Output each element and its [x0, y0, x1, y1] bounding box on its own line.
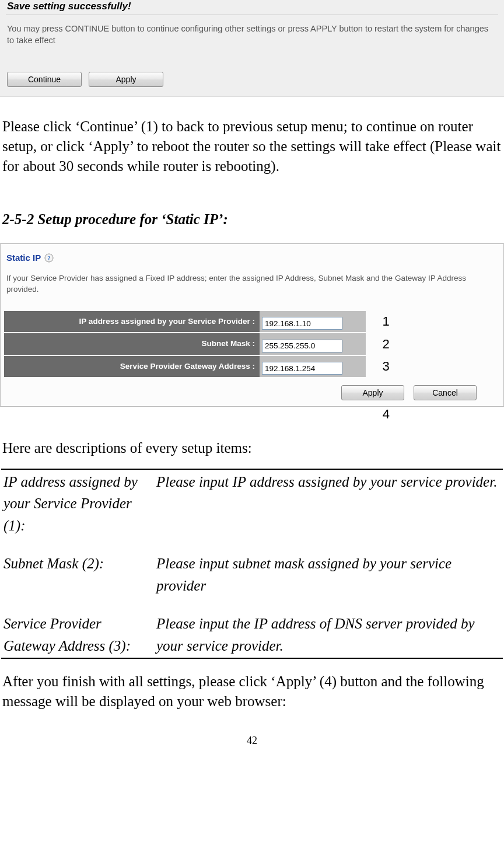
desc-row: Service Provider Gateway Address (3): Pl… [4, 613, 501, 657]
desc-text-1: Please input IP address assigned by your… [156, 471, 501, 537]
desc-row: Subnet Mask (2): Please input subnet mas… [4, 553, 501, 596]
continue-button[interactable]: Continue [7, 72, 82, 87]
table-row: Service Provider Gateway Address : 3 [4, 356, 395, 377]
static-ip-title: Static IP [6, 252, 41, 264]
gateway-address-label: Service Provider Gateway Address : [4, 356, 260, 377]
after-apply-text: After you finish with all settings, plea… [0, 659, 504, 711]
static-cancel-button[interactable]: Cancel [414, 385, 477, 400]
subnet-mask-input[interactable] [262, 340, 342, 352]
callout-number-3: 3 [366, 356, 395, 377]
subnet-mask-label: Subnet Mask : [4, 333, 260, 354]
static-apply-row: Apply Cancel [4, 378, 500, 400]
desc-label-2: Subnet Mask (2): [4, 553, 156, 596]
desc-text-2: Please input subnet mask assigned by you… [156, 553, 501, 596]
desc-row: IP address assigned by your Service Prov… [4, 471, 501, 537]
static-ip-desc: If your Service Provider has assigned a … [4, 267, 500, 309]
callout-number-4: 4 [0, 406, 504, 423]
static-apply-button[interactable]: Apply [341, 385, 404, 400]
save-button-row: Continue Apply [6, 72, 498, 87]
ip-address-input[interactable] [262, 317, 342, 330]
static-ip-panel: Static IP ? If your Service Provider has… [0, 243, 504, 407]
gateway-address-input[interactable] [262, 362, 342, 375]
apply-button[interactable]: Apply [89, 72, 163, 87]
save-success-title: Save setting successfully! [6, 0, 498, 15]
desc-text-3: Please input the IP address of DNS serve… [156, 613, 501, 657]
instruction-text: Please click ‘Continue’ (1) to back to p… [2, 117, 502, 176]
table-row: IP address assigned by your Service Prov… [4, 311, 395, 332]
descriptions-intro: Here are descriptions of every setup ite… [0, 423, 504, 469]
section-heading-252: 2-5-2 Setup procedure for ‘Static IP’: [0, 176, 504, 243]
callout-number-2: 2 [366, 333, 395, 354]
save-success-panel: Save setting successfully! You may press… [0, 0, 504, 97]
page-number: 42 [0, 711, 504, 748]
save-success-note: You may press CONTINUE button to continu… [6, 15, 498, 72]
desc-label-1: IP address assigned by your Service Prov… [4, 471, 156, 537]
ip-address-label: IP address assigned by your Service Prov… [4, 311, 260, 332]
desc-label-3: Service Provider Gateway Address (3): [4, 613, 156, 657]
instruction-paragraph: Please click ‘Continue’ (1) to back to p… [0, 97, 504, 176]
help-icon[interactable]: ? [44, 249, 54, 267]
descriptions-table: IP address assigned by your Service Prov… [1, 469, 503, 659]
table-row: Subnet Mask : 2 [4, 333, 395, 354]
callout-number-1: 1 [366, 311, 395, 332]
static-ip-form: IP address assigned by your Service Prov… [4, 310, 395, 378]
svg-text:?: ? [47, 254, 51, 261]
